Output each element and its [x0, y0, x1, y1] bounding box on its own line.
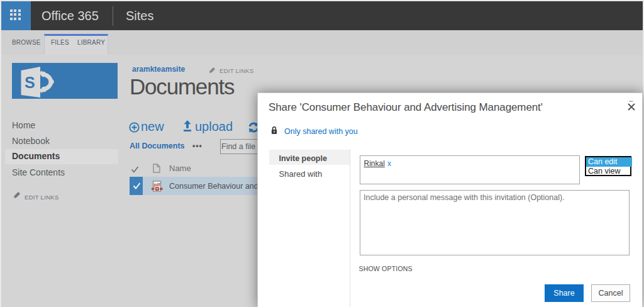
- svg-text:pdf: pdf: [154, 182, 161, 187]
- svg-text:S: S: [25, 74, 35, 91]
